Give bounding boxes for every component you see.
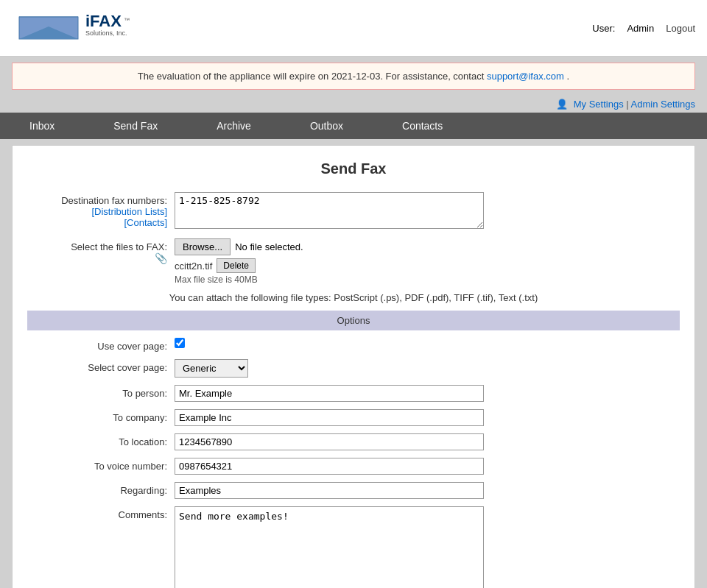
nav-item-inbox[interactable]: Inbox	[0, 113, 84, 139]
evaluation-banner: The evaluation of the appliance will exp…	[12, 63, 695, 90]
comments-label: Comments:	[27, 506, 175, 520]
select-cover-control: Generic Option2	[175, 359, 680, 378]
select-files-control: Browse... No file selected. ccitt2n.tif …	[175, 238, 680, 285]
distribution-lists-link[interactable]: [Distribution Lists]	[27, 206, 167, 217]
file-types-note: You can attach the following file types:…	[27, 292, 680, 303]
use-cover-checkbox[interactable]	[175, 338, 185, 348]
user-area: User: Admin Logout	[592, 23, 695, 34]
dest-fax-input[interactable]	[175, 192, 484, 229]
select-files-label: Select the files to FAX: 📎	[27, 238, 175, 264]
main-nav: Inbox Send Fax Archive Outbox Contacts	[0, 113, 707, 139]
banner-period: .	[567, 71, 570, 82]
nav-item-archive[interactable]: Archive	[187, 113, 281, 139]
user-name: Admin	[627, 23, 654, 34]
to-voice-label: To voice number:	[27, 458, 175, 472]
nav-item-contacts[interactable]: Contacts	[373, 113, 472, 139]
user-label: User:	[592, 23, 615, 34]
contacts-link[interactable]: [Contacts]	[27, 217, 167, 228]
to-location-control	[175, 433, 680, 450]
to-location-label: To location:	[27, 433, 175, 447]
regarding-row: Regarding:	[27, 482, 680, 499]
to-company-input[interactable]	[175, 409, 484, 426]
my-settings-link[interactable]: My Settings	[574, 99, 624, 110]
to-company-row: To company:	[27, 409, 680, 426]
attached-file-row: ccitt2n.tif Delete	[175, 258, 680, 273]
select-cover-label: Select cover page:	[27, 359, 175, 373]
nav-item-send-fax[interactable]: Send Fax	[84, 113, 187, 139]
paperclip-icon: 📎	[155, 252, 167, 264]
file-input-row: Browse... No file selected.	[175, 238, 680, 255]
to-voice-row: To voice number:	[27, 458, 680, 475]
settings-bar: 👤 My Settings | Admin Settings	[0, 96, 707, 113]
to-person-control	[175, 385, 680, 402]
to-location-row: To location:	[27, 433, 680, 450]
main-content: Send Fax Destination fax numbers: [Distr…	[12, 145, 695, 588]
to-company-label: To company:	[27, 409, 175, 423]
to-company-control	[175, 409, 680, 426]
to-location-input[interactable]	[175, 433, 484, 450]
options-bar: Options	[27, 311, 680, 330]
to-person-input[interactable]	[175, 385, 484, 402]
support-email-link[interactable]: support@ifax.com	[487, 71, 564, 82]
dest-fax-control	[175, 192, 680, 231]
logo: iFAX Solutions, Inc. ™	[12, 6, 144, 50]
to-person-label: To person:	[27, 385, 175, 399]
svg-text:iFAX: iFAX	[85, 12, 122, 30]
page-title: Send Fax	[27, 160, 680, 177]
admin-settings-link[interactable]: Admin Settings	[631, 99, 695, 110]
browse-button[interactable]: Browse...	[175, 238, 231, 255]
select-cover-row: Select cover page: Generic Option2	[27, 359, 680, 378]
to-person-row: To person:	[27, 385, 680, 402]
select-files-row: Select the files to FAX: 📎 Browse... No …	[27, 238, 680, 285]
use-cover-label: Use cover page:	[27, 338, 175, 352]
person-icon: 👤	[556, 99, 568, 110]
comments-input[interactable]	[175, 506, 484, 588]
use-cover-row: Use cover page:	[27, 338, 680, 352]
svg-text:Solutions, Inc.: Solutions, Inc.	[85, 29, 127, 37]
cover-page-select[interactable]: Generic Option2	[175, 359, 248, 378]
dest-fax-label: Destination fax numbers: [Distribution L…	[27, 192, 175, 228]
logout-link[interactable]: Logout	[666, 23, 695, 34]
regarding-input[interactable]	[175, 482, 484, 499]
no-file-label: No file selected.	[235, 241, 303, 252]
use-cover-control	[175, 338, 680, 350]
svg-text:™: ™	[124, 17, 130, 24]
attached-filename: ccitt2n.tif	[175, 261, 212, 272]
max-file-label: Max file size is 40MB	[175, 274, 680, 285]
to-voice-input[interactable]	[175, 458, 484, 475]
regarding-control	[175, 482, 680, 499]
to-voice-control	[175, 458, 680, 475]
nav-item-outbox[interactable]: Outbox	[281, 113, 373, 139]
comments-control	[175, 506, 680, 588]
dest-fax-row: Destination fax numbers: [Distribution L…	[27, 192, 680, 231]
delete-file-button[interactable]: Delete	[217, 258, 256, 273]
regarding-label: Regarding:	[27, 482, 175, 496]
comments-row: Comments:	[27, 506, 680, 588]
banner-message: The evaluation of the appliance will exp…	[138, 71, 484, 82]
